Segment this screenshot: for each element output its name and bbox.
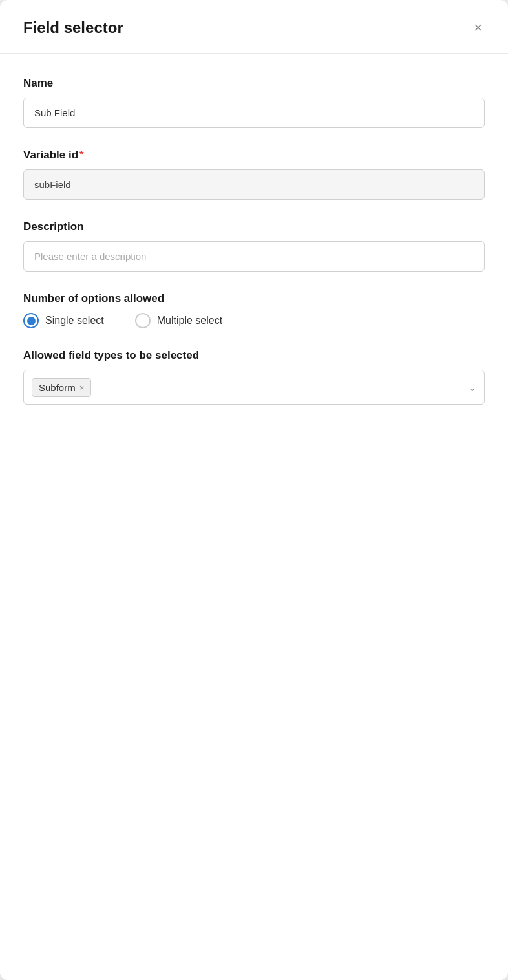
variable-id-field-group: Variable id* (23, 149, 485, 200)
subform-tag: Subform × (32, 378, 91, 397)
close-button[interactable]: × (471, 18, 485, 37)
multiple-select-label: Multiple select (157, 315, 222, 326)
field-types-label: Allowed field types to be selected (23, 349, 485, 362)
name-input[interactable] (23, 98, 485, 128)
modal-title: Field selector (23, 19, 123, 37)
variable-id-label: Variable id* (23, 149, 485, 162)
single-select-radio[interactable] (23, 313, 39, 328)
description-field-group: Description (23, 220, 485, 272)
single-select-option[interactable]: Single select (23, 313, 104, 328)
radio-group: Single select Multiple select (23, 313, 485, 328)
required-star: * (79, 149, 84, 161)
modal-body: Name Variable id* Description Number of … (0, 54, 508, 449)
field-selector-modal: Field selector × Name Variable id* Descr… (0, 0, 508, 980)
tag-remove-button[interactable]: × (79, 383, 85, 392)
multiple-select-option[interactable]: Multiple select (135, 313, 222, 328)
field-types-input[interactable]: Subform × ⌄ (23, 370, 485, 405)
name-field-group: Name (23, 77, 485, 128)
modal-header: Field selector × (0, 0, 508, 54)
name-label: Name (23, 77, 485, 90)
field-types-group: Allowed field types to be selected Subfo… (23, 349, 485, 405)
description-label: Description (23, 220, 485, 233)
options-allowed-label: Number of options allowed (23, 292, 485, 305)
variable-id-input[interactable] (23, 169, 485, 200)
description-input[interactable] (23, 241, 485, 272)
options-allowed-group: Number of options allowed Single select … (23, 292, 485, 328)
chevron-down-icon: ⌄ (468, 381, 476, 394)
multiple-select-radio[interactable] (135, 313, 151, 328)
single-select-label: Single select (45, 315, 104, 326)
tag-label: Subform (39, 382, 76, 393)
